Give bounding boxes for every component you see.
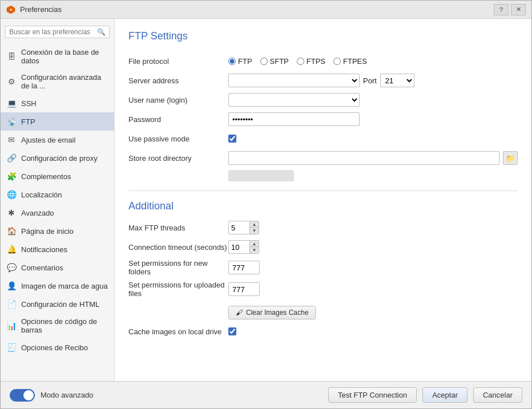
perms-files-controls [228, 282, 518, 296]
username-controls [228, 93, 518, 107]
sidebar-item-advanced-config[interactable]: ⚙ Configuración avanzada de la ... [1, 69, 114, 94]
cache-local-label: Cache images on local drive [128, 327, 228, 336]
protocol-sftp-option[interactable]: SFTP [260, 57, 289, 66]
sidebar-item-notif[interactable]: 🔔 Notificaciones [1, 240, 114, 258]
receipt-icon: 🧾 [6, 342, 17, 353]
perms-folders-row: Set permissions for new folders [128, 259, 518, 276]
barcode-icon: 📊 [6, 321, 17, 331]
sidebar-item-homepage[interactable]: 🏠 Página de inicio [1, 222, 114, 240]
password-input[interactable] [228, 112, 360, 126]
preferences-window: ✦ Preferencias ? ✕ 🔍 🗄 Conexión de la ba… [0, 0, 532, 409]
clear-cache-row: 🖌 Clear Images Cache [128, 302, 518, 319]
root-dir-input[interactable] [228, 151, 499, 165]
file-protocol-label: File protocol [128, 57, 228, 66]
protocol-ftpes-option[interactable]: FTPES [333, 57, 367, 66]
proxy-icon: 🔗 [6, 153, 17, 163]
window-controls: ? ✕ [494, 4, 526, 15]
notif-icon: 🔔 [6, 244, 17, 254]
file-protocol-row: File protocol FTP SFTP FTPS [128, 54, 518, 68]
titlebar: ✦ Preferencias ? ✕ [1, 1, 531, 19]
db-icon: 🗄 [6, 51, 17, 62]
username-row: User name (login) [128, 92, 518, 107]
root-dir-label: Store root directory [128, 154, 228, 163]
perms-folders-input[interactable] [228, 261, 260, 274]
perms-folders-label: Set permissions for new folders [128, 259, 228, 276]
html-icon: 📄 [6, 299, 17, 309]
advanced-mode-toggle[interactable] [10, 389, 35, 402]
search-icon: 🔍 [97, 28, 106, 36]
sidebar-item-ftp[interactable]: 📡 FTP [1, 112, 114, 131]
sidebar-item-proxy[interactable]: 🔗 Configuración de proxy [1, 149, 114, 167]
clear-cache-button[interactable]: 🖌 Clear Images Cache [228, 306, 316, 319]
username-select[interactable] [228, 93, 360, 107]
conn-timeout-row: Connection timeout (seconds) ▲ ▼ [128, 240, 518, 254]
sidebar-item-locale[interactable]: 🌐 Localización [1, 185, 114, 204]
sidebar-item-receipt[interactable]: 🧾 Opciones de Recibo [1, 338, 114, 357]
help-button[interactable]: ? [494, 4, 509, 15]
advanced-icon: ✱ [6, 208, 17, 218]
accept-button[interactable]: Aceptar [422, 387, 467, 403]
conn-timeout-down-btn[interactable]: ▼ [249, 247, 259, 253]
perms-files-input[interactable] [228, 282, 260, 296]
advanced-config-icon: ⚙ [6, 76, 17, 87]
search-box: 🔍 [5, 26, 110, 38]
section-divider [128, 191, 518, 191]
ftp-title: FTP Settings [128, 30, 518, 44]
protocol-ftp-option[interactable]: FTP [228, 57, 252, 66]
search-input[interactable] [9, 28, 97, 36]
max-threads-spinner: ▲ ▼ [228, 221, 259, 234]
footer: Modo avanzado Test FTP Connection Acepta… [1, 381, 531, 408]
comments-icon: 💬 [6, 262, 17, 273]
conn-timeout-controls: ▲ ▼ [228, 240, 518, 254]
protocol-options: FTP SFTP FTPS FTPES [228, 57, 518, 66]
server-address-row: Server address Port 21 22 [128, 73, 518, 88]
max-threads-input[interactable] [229, 222, 249, 233]
watermark-icon: 👤 [6, 281, 17, 291]
close-button[interactable]: ✕ [511, 4, 526, 15]
server-address-controls: Port 21 22 [228, 74, 518, 87]
protocol-sftp-radio[interactable] [260, 58, 268, 65]
sidebar-item-html-label: Configuración de HTML [21, 300, 99, 309]
passive-mode-checkbox[interactable] [228, 135, 236, 143]
sidebar-item-plugins-label: Complementos [21, 172, 71, 181]
cache-local-row: Cache images on local drive [128, 324, 518, 339]
browse-button[interactable]: 📁 [503, 151, 518, 165]
advanced-mode-label: Modo avanzado [41, 391, 94, 399]
additional-title: Additional [128, 200, 518, 212]
toggle-thumb [23, 390, 34, 400]
port-select[interactable]: 21 22 [380, 74, 414, 87]
sidebar-item-ssh-label: SSH [21, 99, 37, 108]
passive-mode-row: Use passive mode [128, 131, 518, 146]
test-ftp-button[interactable]: Test FTP Connection [328, 387, 417, 403]
cache-local-checkbox[interactable] [228, 327, 236, 335]
sidebar-item-email[interactable]: ✉ Ajustes de email [1, 131, 114, 149]
app-icon: ✦ [6, 5, 15, 14]
sidebar-item-watermark[interactable]: 👤 Imagen de marca de agua [1, 277, 114, 295]
sidebar-item-db[interactable]: 🗄 Conexión de la base de datos [1, 44, 114, 69]
protocol-ftps-radio[interactable] [297, 58, 304, 65]
sidebar-item-comments[interactable]: 💬 Comentarios [1, 258, 114, 277]
conn-timeout-spinner-btns: ▲ ▼ [249, 241, 259, 253]
max-threads-down-btn[interactable]: ▼ [249, 228, 259, 234]
passive-mode-controls [228, 135, 518, 143]
cancel-button[interactable]: Cancelar [473, 387, 522, 403]
main-layout: 🔍 🗄 Conexión de la base de datos ⚙ Confi… [1, 19, 531, 381]
sidebar-item-barcode[interactable]: 📊 Opciones de código de barras [1, 313, 114, 338]
protocol-ftpes-label: FTPES [343, 57, 367, 66]
protocol-ftp-radio[interactable] [228, 58, 236, 65]
locale-icon: 🌐 [6, 189, 17, 200]
password-label: Password [128, 115, 228, 124]
sidebar-item-advanced[interactable]: ✱ Avanzado [1, 204, 114, 222]
conn-timeout-up-btn[interactable]: ▲ [249, 241, 259, 247]
protocol-ftps-option[interactable]: FTPS [297, 57, 325, 66]
protocol-ftp-label: FTP [238, 57, 252, 66]
max-threads-up-btn[interactable]: ▲ [249, 221, 259, 228]
sidebar-item-plugins[interactable]: 🧩 Complementos [1, 167, 114, 185]
sidebar-item-ssh[interactable]: 💻 SSH [1, 94, 114, 112]
server-address-select[interactable] [228, 74, 360, 87]
protocol-ftpes-radio[interactable] [333, 58, 341, 65]
content-panel: FTP Settings File protocol FTP SFTP [115, 19, 531, 381]
conn-timeout-input[interactable] [229, 242, 249, 253]
sidebar-item-html[interactable]: 📄 Configuración de HTML [1, 295, 114, 313]
paintbrush-icon: 🖌 [236, 309, 243, 317]
